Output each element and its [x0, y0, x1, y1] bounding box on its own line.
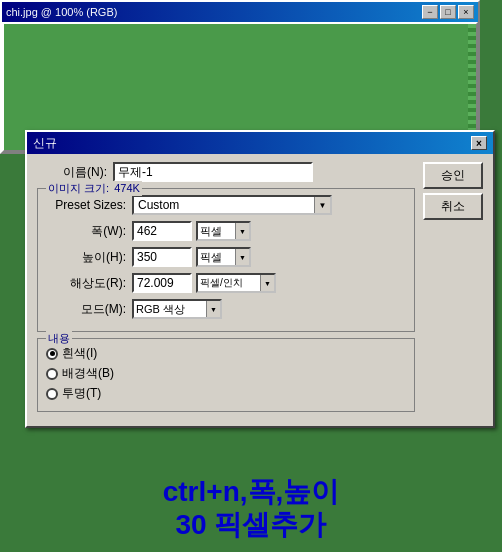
instruction-line2: 30 픽셀추가 [0, 508, 502, 542]
new-document-dialog: 신규 × 이름(N): 이미지 크기: 474K Preset Sizes: C [25, 130, 495, 428]
radio-white-row: 흰색(I) [46, 345, 406, 362]
resolution-row: 해상도(R): 픽셀/인치 ▼ [46, 273, 406, 293]
resolution-input[interactable] [132, 273, 192, 293]
resolution-unit-select[interactable]: 픽셀/인치 ▼ [196, 273, 276, 293]
min-button[interactable]: − [422, 5, 438, 19]
close-button[interactable]: × [458, 5, 474, 19]
name-row: 이름(N): [37, 162, 415, 182]
width-unit: 픽셀 [198, 224, 235, 239]
resolution-unit: 픽셀/인치 [198, 276, 260, 290]
width-row: 폭(W): 픽셀 ▼ [46, 221, 406, 241]
radio-background[interactable] [46, 368, 58, 380]
width-unit-arrow[interactable]: ▼ [235, 223, 249, 239]
image-size-label: 이미지 크기: 474K [46, 181, 142, 196]
dialog-titlebar: 신규 × [27, 132, 493, 154]
preset-select[interactable]: Custom ▼ [132, 195, 332, 215]
height-unit-arrow[interactable]: ▼ [235, 249, 249, 265]
radio-white-label: 흰색(I) [62, 345, 97, 362]
radio-transparent-row: 투명(T) [46, 385, 406, 402]
dialog-main-area: 이름(N): 이미지 크기: 474K Preset Sizes: Custom… [37, 162, 415, 418]
preset-dropdown-arrow[interactable]: ▼ [314, 197, 330, 213]
preset-label: Preset Sizes: [46, 198, 126, 212]
mode-row: 모드(M): RGB 색상 ▼ [46, 299, 406, 319]
contents-label: 내용 [46, 331, 72, 346]
preset-value: Custom [134, 198, 314, 212]
instruction-area: ctrl+n,폭,높이 30 픽셀추가 [0, 467, 502, 542]
radio-bg-row: 배경색(B) [46, 365, 406, 382]
height-label: 높이(H): [46, 249, 126, 266]
height-unit: 픽셀 [198, 250, 235, 265]
name-label: 이름(N): [37, 164, 107, 181]
height-unit-select[interactable]: 픽셀 ▼ [196, 247, 251, 267]
radio-white[interactable] [46, 348, 58, 360]
image-size-group: 이미지 크기: 474K Preset Sizes: Custom ▼ 폭(W)… [37, 188, 415, 332]
dialog-button-area: 승인 취소 [423, 162, 483, 418]
instruction-line1: ctrl+n,폭,높이 [0, 475, 502, 509]
main-titlebar: chi.jpg @ 100% (RGB) − □ × [2, 2, 478, 22]
max-button[interactable]: □ [440, 5, 456, 19]
main-titlebar-buttons: − □ × [422, 5, 474, 19]
preset-row: Preset Sizes: Custom ▼ [46, 195, 406, 215]
mode-value: RGB 색상 [134, 302, 206, 317]
cancel-button[interactable]: 취소 [423, 193, 483, 220]
dialog-body: 이름(N): 이미지 크기: 474K Preset Sizes: Custom… [27, 154, 493, 426]
resolution-label: 해상도(R): [46, 275, 126, 292]
contents-group: 내용 흰색(I) 배경색(B) 투명(T) [37, 338, 415, 412]
width-unit-select[interactable]: 픽셀 ▼ [196, 221, 251, 241]
radio-transparent[interactable] [46, 388, 58, 400]
ok-button[interactable]: 승인 [423, 162, 483, 189]
mode-label: 모드(M): [46, 301, 126, 318]
mode-select[interactable]: RGB 색상 ▼ [132, 299, 222, 319]
resolution-unit-arrow[interactable]: ▼ [260, 275, 274, 291]
dialog-close-button[interactable]: × [471, 136, 487, 150]
mode-arrow[interactable]: ▼ [206, 301, 220, 317]
radio-bg-label: 배경색(B) [62, 365, 114, 382]
height-input[interactable] [132, 247, 192, 267]
main-window-title: chi.jpg @ 100% (RGB) [6, 6, 117, 18]
instruction-text: ctrl+n,폭,높이 30 픽셀추가 [0, 475, 502, 542]
dialog-title: 신규 [33, 135, 57, 152]
width-input[interactable] [132, 221, 192, 241]
width-label: 폭(W): [46, 223, 126, 240]
radio-transparent-label: 투명(T) [62, 385, 101, 402]
height-row: 높이(H): 픽셀 ▼ [46, 247, 406, 267]
name-input[interactable] [113, 162, 313, 182]
